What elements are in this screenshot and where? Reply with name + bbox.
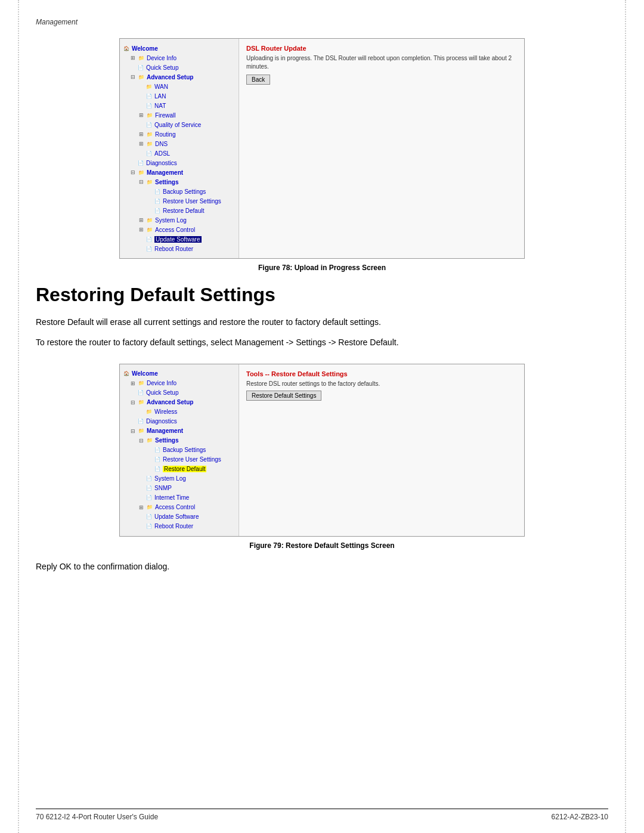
back-button[interactable]: Back xyxy=(246,75,270,85)
f2-tree-restore-user[interactable]: 📄 Restore User Settings xyxy=(122,455,236,465)
footer-left: 70 6212-I2 4-Port Router User's Guide xyxy=(36,813,158,821)
f2-tree-device-info[interactable]: ⊞ 📁 Device Info xyxy=(122,379,236,388)
tree-nat[interactable]: 📄 NAT xyxy=(122,101,236,110)
footer: 70 6212-I2 4-Port Router User's Guide 62… xyxy=(36,809,608,821)
f2-doc-icon5: 📄 xyxy=(153,465,162,473)
f2-folder-icon1: 📁 xyxy=(137,379,145,388)
f2-doc-icon7: 📄 xyxy=(145,484,153,493)
tree-access-control-f1[interactable]: ⊞ 📁 Access Control xyxy=(122,225,236,234)
body-text-2: To restore the router to factory default… xyxy=(36,336,489,349)
tree-restore-default-f1[interactable]: 📄 Restore Default xyxy=(122,206,236,215)
f2-tree-quick-setup[interactable]: 📄 Quick Setup xyxy=(122,388,236,398)
tree-restore-user[interactable]: 📄 Restore User Settings xyxy=(122,196,236,206)
figure2-main-title: Tools -- Restore Default Settings xyxy=(246,370,517,377)
f2-tree-wireless[interactable]: 📁 Wireless xyxy=(122,407,236,417)
f2-tree-update-software[interactable]: 📄 Update Software xyxy=(122,512,236,522)
doc-icon2: 📄 xyxy=(145,92,153,100)
f2-folder-icon5: 📁 xyxy=(145,436,154,445)
figure2-main: Tools -- Restore Default Settings Restor… xyxy=(239,364,524,536)
folder-icon6: 📁 xyxy=(145,140,154,148)
doc-icon8: 📄 xyxy=(153,197,162,205)
folder-icon9: 📁 xyxy=(145,216,154,224)
tree-qos[interactable]: 📄 Quality of Service xyxy=(122,120,236,129)
figure2-sidebar: 🏠 Welcome ⊞ 📁 Device Info 📄 Quick Setup … xyxy=(120,364,239,536)
folder-icon2: 📁 xyxy=(137,73,145,81)
tree-welcome[interactable]: 🏠 Welcome xyxy=(122,44,236,53)
f2-doc-icon3: 📄 xyxy=(153,446,162,454)
tree-routing[interactable]: ⊞ 📁 Routing xyxy=(122,129,236,139)
tree-diagnostics[interactable]: 📄 Diagnostics xyxy=(122,158,236,168)
f2-tree-snmp[interactable]: 📄 SNMP xyxy=(122,484,236,493)
folder-icon4: 📁 xyxy=(145,111,154,119)
f2-folder-icon3: 📁 xyxy=(145,408,153,416)
figure1-screenshot: 🏠 Welcome ⊞ 📁 Device Info 📄 Quick Setup … xyxy=(119,38,525,259)
body-text-1: Restore Default will erase all current s… xyxy=(36,315,489,329)
tree-update-software-f1[interactable]: 📄 Update Software xyxy=(122,234,236,244)
doc-icon10: 📄 xyxy=(145,235,153,243)
folder-icon7: 📁 xyxy=(137,168,145,176)
figure1-main-desc: Uploading is in progress. The DSL Router… xyxy=(246,54,517,71)
tree-reboot-f1[interactable]: 📄 Reboot Router xyxy=(122,244,236,253)
folder-icon10: 📁 xyxy=(145,225,154,234)
tree-device-info[interactable]: ⊞ 📁 Device Info xyxy=(122,53,236,63)
tree-management[interactable]: ⊟ 📁 Management xyxy=(122,168,236,177)
f2-tree-internet-time[interactable]: 📄 Internet Time xyxy=(122,493,236,503)
tree-backup-settings[interactable]: 📄 Backup Settings xyxy=(122,187,236,196)
f2-tree-access-control[interactable]: ⊞ 📁 Access Control xyxy=(122,503,236,512)
figure2-main-desc: Restore DSL router settings to the facto… xyxy=(246,380,517,388)
f2-doc-icon6: 📄 xyxy=(145,475,153,483)
tree-advanced-setup[interactable]: ⊟ 📁 Advanced Setup xyxy=(122,72,236,82)
figure1-caption: Figure 78: Upload in Progress Screen xyxy=(36,264,608,272)
f2-tree-advanced-setup[interactable]: ⊟ 📁 Advanced Setup xyxy=(122,398,236,407)
f2-tree-welcome[interactable]: 🏠 Welcome xyxy=(122,369,236,379)
f2-doc-icon9: 📄 xyxy=(145,513,153,521)
folder-icon8: 📁 xyxy=(145,178,154,186)
doc-icon6: 📄 xyxy=(137,159,145,167)
f2-welcome-icon: 🏠 xyxy=(122,370,131,378)
figure1-main: DSL Router Update Uploading is in progre… xyxy=(239,39,524,258)
welcome-icon: 🏠 xyxy=(122,44,131,52)
f2-tree-syslog[interactable]: 📄 System Log xyxy=(122,474,236,484)
folder-icon3: 📁 xyxy=(145,82,153,91)
doc-icon4: 📄 xyxy=(145,120,153,129)
doc-icon: 📄 xyxy=(137,63,145,72)
f2-doc-icon1: 📄 xyxy=(137,389,145,397)
footer-right: 6212-A2-ZB23-10 xyxy=(552,813,608,821)
tree-lan[interactable]: 📄 LAN xyxy=(122,91,236,101)
figure2-wrapper: 🏠 Welcome ⊞ 📁 Device Info 📄 Quick Setup … xyxy=(36,364,608,550)
figure2-screenshot: 🏠 Welcome ⊞ 📁 Device Info 📄 Quick Setup … xyxy=(119,364,525,537)
header-label: Management xyxy=(36,18,608,26)
doc-icon3: 📄 xyxy=(145,101,153,110)
f2-doc-icon10: 📄 xyxy=(145,522,153,531)
tree-dns[interactable]: ⊞ 📁 DNS xyxy=(122,139,236,148)
figure2-caption: Figure 79: Restore Default Settings Scre… xyxy=(36,541,608,550)
folder-icon5: 📁 xyxy=(145,130,154,138)
figure1-sidebar: 🏠 Welcome ⊞ 📁 Device Info 📄 Quick Setup … xyxy=(120,39,239,258)
tree-firewall[interactable]: ⊞ 📁 Firewall xyxy=(122,110,236,120)
tree-settings[interactable]: ⊟ 📁 Settings xyxy=(122,177,236,187)
f2-tree-diagnostics[interactable]: 📄 Diagnostics xyxy=(122,417,236,426)
tree-wan[interactable]: 📁 WAN xyxy=(122,82,236,91)
reply-text: Reply OK to the confirmation dialog. xyxy=(36,562,608,571)
doc-icon9: 📄 xyxy=(153,206,162,215)
f2-tree-settings[interactable]: ⊟ 📁 Settings xyxy=(122,436,236,445)
section-heading: Restoring Default Settings xyxy=(36,284,608,306)
tree-quick-setup[interactable]: 📄 Quick Setup xyxy=(122,63,236,72)
tree-adsl[interactable]: 📄 ADSL xyxy=(122,148,236,158)
f2-folder-icon6: 📁 xyxy=(145,503,154,512)
restore-default-button[interactable]: Restore Default Settings xyxy=(246,391,321,401)
tree-syslog[interactable]: ⊞ 📁 System Log xyxy=(122,215,236,225)
f2-tree-management[interactable]: ⊟ 📁 Management xyxy=(122,426,236,436)
f2-tree-restore-default[interactable]: 📄 Restore Default xyxy=(122,465,236,474)
figure1-main-title: DSL Router Update xyxy=(246,45,517,52)
doc-icon5: 📄 xyxy=(145,149,153,157)
f2-tree-backup[interactable]: 📄 Backup Settings xyxy=(122,445,236,455)
doc-icon7: 📄 xyxy=(153,187,162,196)
doc-icon11: 📄 xyxy=(145,244,153,253)
f2-doc-icon2: 📄 xyxy=(137,417,145,426)
f2-folder-icon4: 📁 xyxy=(137,427,145,435)
folder-icon: 📁 xyxy=(137,54,145,62)
f2-doc-icon8: 📄 xyxy=(145,494,153,502)
page-container: Management 🏠 Welcome ⊞ 📁 Device Info 📄 Q… xyxy=(0,0,644,833)
f2-tree-reboot[interactable]: 📄 Reboot Router xyxy=(122,522,236,531)
